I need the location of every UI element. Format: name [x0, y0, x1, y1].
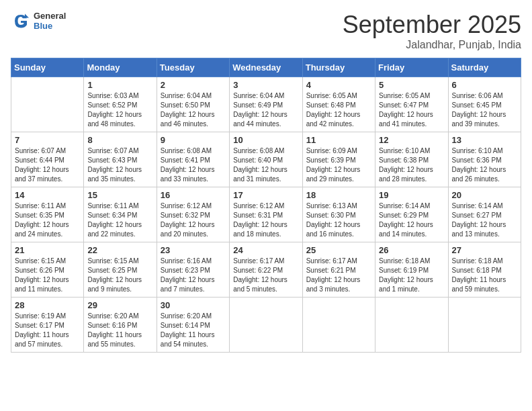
day-info: Sunrise: 6:04 AMSunset: 6:50 PMDaylight:… [161, 91, 226, 129]
day-info: Sunrise: 6:15 AMSunset: 6:25 PMDaylight:… [87, 257, 152, 294]
calendar-subtitle: Jalandhar, Punjab, India [343, 39, 521, 51]
calendar-cell: 14Sunrise: 6:11 AMSunset: 6:35 PMDayligh… [11, 187, 84, 242]
calendar-cell: 25Sunrise: 6:17 AMSunset: 6:21 PMDayligh… [302, 242, 375, 298]
calendar-cell: 11Sunrise: 6:09 AMSunset: 6:39 PMDayligh… [302, 132, 375, 187]
calendar-cell: 21Sunrise: 6:15 AMSunset: 6:26 PMDayligh… [11, 242, 84, 298]
calendar-cell: 10Sunrise: 6:08 AMSunset: 6:40 PMDayligh… [230, 132, 302, 187]
day-number: 25 [306, 245, 371, 255]
day-info: Sunrise: 6:15 AMSunset: 6:26 PMDaylight:… [15, 257, 80, 294]
logo-icon [11, 11, 31, 31]
day-number: 10 [233, 135, 298, 145]
day-info: Sunrise: 6:18 AMSunset: 6:19 PMDaylight:… [379, 257, 444, 294]
week-row-3: 14Sunrise: 6:11 AMSunset: 6:35 PMDayligh… [11, 187, 521, 242]
calendar-cell: 26Sunrise: 6:18 AMSunset: 6:19 PMDayligh… [375, 242, 448, 298]
calendar-cell: 30Sunrise: 6:20 AMSunset: 6:14 PMDayligh… [157, 298, 229, 353]
day-number: 17 [233, 190, 298, 200]
day-info: Sunrise: 6:04 AMSunset: 6:49 PMDaylight:… [233, 91, 298, 129]
calendar-cell: 5Sunrise: 6:05 AMSunset: 6:47 PMDaylight… [375, 77, 448, 132]
day-number: 30 [161, 300, 226, 310]
day-info: Sunrise: 6:06 AMSunset: 6:45 PMDaylight:… [452, 91, 517, 129]
day-number: 20 [452, 190, 517, 200]
day-number: 5 [379, 80, 444, 90]
calendar-header-row: SundayMondayTuesdayWednesdayThursdayFrid… [11, 58, 521, 77]
calendar-cell [448, 298, 521, 353]
day-number: 8 [87, 135, 152, 145]
day-info: Sunrise: 6:05 AMSunset: 6:48 PMDaylight:… [306, 91, 371, 129]
calendar-cell: 13Sunrise: 6:10 AMSunset: 6:36 PMDayligh… [448, 132, 521, 187]
calendar-cell: 1Sunrise: 6:03 AMSunset: 6:52 PMDaylight… [84, 77, 157, 132]
day-info: Sunrise: 6:08 AMSunset: 6:41 PMDaylight:… [161, 146, 226, 184]
week-row-2: 7Sunrise: 6:07 AMSunset: 6:44 PMDaylight… [11, 132, 521, 187]
day-info: Sunrise: 6:20 AMSunset: 6:14 PMDaylight:… [161, 312, 226, 349]
calendar-cell: 12Sunrise: 6:10 AMSunset: 6:38 PMDayligh… [375, 132, 448, 187]
day-number: 12 [379, 135, 444, 145]
header-day-friday: Friday [375, 58, 448, 77]
day-info: Sunrise: 6:18 AMSunset: 6:18 PMDaylight:… [452, 257, 517, 294]
day-info: Sunrise: 6:17 AMSunset: 6:22 PMDaylight:… [233, 257, 298, 294]
calendar-cell: 17Sunrise: 6:12 AMSunset: 6:31 PMDayligh… [230, 187, 302, 242]
calendar-cell: 18Sunrise: 6:13 AMSunset: 6:30 PMDayligh… [302, 187, 375, 242]
day-info: Sunrise: 6:19 AMSunset: 6:17 PMDaylight:… [15, 312, 80, 349]
day-number: 2 [161, 80, 226, 90]
day-info: Sunrise: 6:14 AMSunset: 6:29 PMDaylight:… [379, 201, 444, 239]
calendar-cell: 27Sunrise: 6:18 AMSunset: 6:18 PMDayligh… [448, 242, 521, 298]
calendar-cell [230, 298, 302, 353]
header-day-sunday: Sunday [11, 58, 84, 77]
calendar-cell: 3Sunrise: 6:04 AMSunset: 6:49 PMDaylight… [230, 77, 302, 132]
day-info: Sunrise: 6:13 AMSunset: 6:30 PMDaylight:… [306, 201, 371, 239]
calendar-cell: 24Sunrise: 6:17 AMSunset: 6:22 PMDayligh… [230, 242, 302, 298]
calendar-cell [375, 298, 448, 353]
calendar-cell [11, 77, 84, 132]
day-number: 24 [233, 245, 298, 255]
logo-text: General Blue [34, 11, 66, 31]
day-info: Sunrise: 6:12 AMSunset: 6:32 PMDaylight:… [161, 201, 226, 239]
day-number: 14 [15, 190, 80, 200]
day-number: 6 [452, 80, 517, 90]
day-number: 23 [161, 245, 226, 255]
calendar-cell: 16Sunrise: 6:12 AMSunset: 6:32 PMDayligh… [157, 187, 229, 242]
day-number: 26 [379, 245, 444, 255]
day-info: Sunrise: 6:16 AMSunset: 6:23 PMDaylight:… [161, 257, 226, 294]
day-info: Sunrise: 6:20 AMSunset: 6:16 PMDaylight:… [87, 312, 152, 349]
header-day-tuesday: Tuesday [157, 58, 229, 77]
day-info: Sunrise: 6:03 AMSunset: 6:52 PMDaylight:… [87, 91, 152, 129]
day-number: 21 [15, 245, 80, 255]
day-number: 19 [379, 190, 444, 200]
day-number: 16 [161, 190, 226, 200]
day-info: Sunrise: 6:17 AMSunset: 6:21 PMDaylight:… [306, 257, 371, 294]
day-info: Sunrise: 6:12 AMSunset: 6:31 PMDaylight:… [233, 201, 298, 239]
day-info: Sunrise: 6:14 AMSunset: 6:27 PMDaylight:… [452, 201, 517, 239]
calendar-cell: 6Sunrise: 6:06 AMSunset: 6:45 PMDaylight… [448, 77, 521, 132]
week-row-1: 1Sunrise: 6:03 AMSunset: 6:52 PMDaylight… [11, 77, 521, 132]
day-info: Sunrise: 6:11 AMSunset: 6:35 PMDaylight:… [15, 201, 80, 239]
calendar-cell: 20Sunrise: 6:14 AMSunset: 6:27 PMDayligh… [448, 187, 521, 242]
day-info: Sunrise: 6:10 AMSunset: 6:38 PMDaylight:… [379, 146, 444, 184]
calendar-cell: 15Sunrise: 6:11 AMSunset: 6:34 PMDayligh… [84, 187, 157, 242]
day-number: 18 [306, 190, 371, 200]
calendar-cell: 29Sunrise: 6:20 AMSunset: 6:16 PMDayligh… [84, 298, 157, 353]
day-number: 13 [452, 135, 517, 145]
day-number: 4 [306, 80, 371, 90]
day-info: Sunrise: 6:08 AMSunset: 6:40 PMDaylight:… [233, 146, 298, 184]
header-day-saturday: Saturday [448, 58, 521, 77]
calendar-title: September 2025 [343, 11, 521, 39]
day-number: 27 [452, 245, 517, 255]
calendar-table: SundayMondayTuesdayWednesdayThursdayFrid… [11, 58, 521, 353]
logo: General Blue [11, 11, 66, 31]
header-day-monday: Monday [84, 58, 157, 77]
header-day-thursday: Thursday [302, 58, 375, 77]
calendar-cell: 9Sunrise: 6:08 AMSunset: 6:41 PMDaylight… [157, 132, 229, 187]
day-number: 15 [87, 190, 152, 200]
day-info: Sunrise: 6:09 AMSunset: 6:39 PMDaylight:… [306, 146, 371, 184]
day-number: 7 [15, 135, 80, 145]
calendar-cell [302, 298, 375, 353]
day-number: 3 [233, 80, 298, 90]
day-info: Sunrise: 6:10 AMSunset: 6:36 PMDaylight:… [452, 146, 517, 184]
calendar-cell: 8Sunrise: 6:07 AMSunset: 6:43 PMDaylight… [84, 132, 157, 187]
day-info: Sunrise: 6:07 AMSunset: 6:43 PMDaylight:… [87, 146, 152, 184]
calendar-cell: 7Sunrise: 6:07 AMSunset: 6:44 PMDaylight… [11, 132, 84, 187]
day-number: 28 [15, 300, 80, 310]
day-info: Sunrise: 6:11 AMSunset: 6:34 PMDaylight:… [87, 201, 152, 239]
page-header: General Blue September 2025 Jalandhar, P… [11, 11, 521, 51]
day-number: 11 [306, 135, 371, 145]
